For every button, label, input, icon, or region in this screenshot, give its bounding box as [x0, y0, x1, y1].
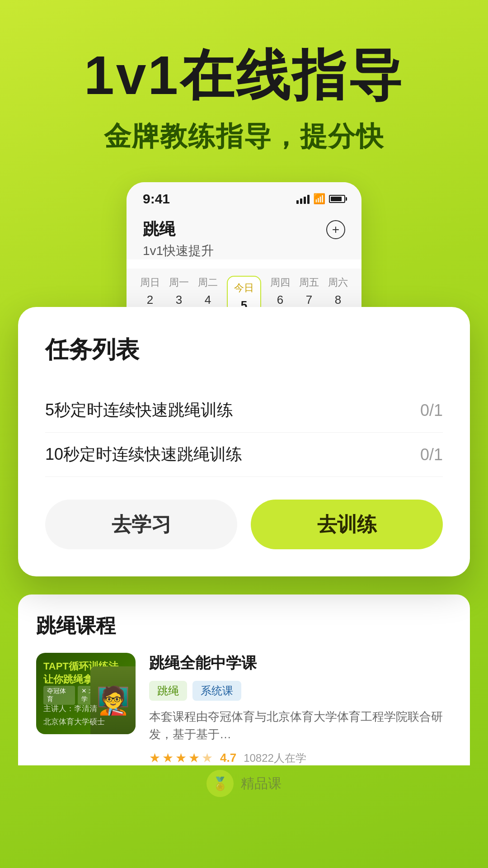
course-section-title: 跳绳课程	[36, 613, 452, 639]
stars: ★ ★ ★ ★ ★	[149, 750, 213, 765]
premium-badge: 🏅 精品课	[206, 770, 282, 797]
wifi-icon: 📶	[313, 193, 325, 205]
task-progress-1: 0/1	[420, 401, 443, 420]
cal-num-sat: 8	[335, 293, 341, 307]
star-4: ★	[188, 750, 200, 765]
hero-title: 1v1在线指导	[27, 45, 461, 105]
star-2: ★	[162, 750, 174, 765]
cal-num-thu: 6	[277, 293, 283, 307]
cal-num-tue: 4	[205, 293, 211, 307]
phone-title: 跳绳	[143, 218, 175, 241]
tag-jump: 跳绳	[149, 681, 187, 701]
rating-num: 4.7	[220, 751, 236, 765]
task-item-1: 5秒定时连续快速跳绳训练 0/1	[45, 388, 443, 433]
task-modal: 任务列表 5秒定时连续快速跳绳训练 0/1 10秒定时连续快速跳绳训练 0/1 …	[18, 307, 470, 576]
hero-subtitle: 金牌教练指导，提分快	[27, 118, 461, 155]
hero-section: 1v1在线指导 金牌教练指导，提分快	[0, 0, 488, 182]
cal-num-mon: 3	[176, 293, 182, 307]
course-info: 跳绳全能中学课 跳绳 系统课 本套课程由夺冠体育与北京体育大学体育工程学院联合研…	[149, 653, 452, 765]
battery-icon	[329, 195, 345, 203]
cal-label-tue: 周二	[198, 276, 218, 289]
go-study-button[interactable]: 去学习	[45, 500, 237, 549]
course-thumbnail: TAPT循环训练法让你跳绳拿满分！ 夺冠体育 ✕ 北京体育大学 🧑‍🏫 主讲人：…	[36, 653, 136, 734]
cal-label-thu: 周四	[270, 276, 290, 289]
modal-buttons: 去学习 去训练	[45, 500, 443, 549]
plus-icon: +	[332, 222, 339, 237]
go-train-button[interactable]: 去训练	[251, 500, 443, 549]
cal-label-today: 今日	[234, 281, 254, 295]
task-progress-2: 0/1	[420, 445, 443, 464]
cal-num-fri: 7	[306, 293, 312, 307]
course-meta: ★ ★ ★ ★ ★ 4.7 10822人在学	[149, 750, 452, 765]
course-item-1[interactable]: TAPT循环训练法让你跳绳拿满分！ 夺冠体育 ✕ 北京体育大学 🧑‍🏫 主讲人：…	[36, 653, 452, 765]
add-button[interactable]: +	[326, 220, 345, 239]
bottom-overlay: 🏅 精品课	[0, 765, 488, 806]
signal-icon	[296, 194, 310, 204]
cal-label-sun: 周日	[140, 276, 160, 289]
badge-text: 精品课	[241, 774, 282, 793]
course-section: 跳绳课程 TAPT循环训练法让你跳绳拿满分！ 夺冠体育 ✕ 北京体育大学 🧑‍🏫…	[0, 594, 488, 765]
course-desc: 本套课程由夺冠体育与北京体育大学体育工程学院联合研发，基于基于…	[149, 708, 452, 743]
cal-label-mon: 周一	[169, 276, 189, 289]
task-item-2: 10秒定时连续快速跳绳训练 0/1	[45, 433, 443, 477]
student-count: 10822人在学	[244, 751, 306, 765]
modal-title: 任务列表	[45, 334, 443, 366]
star-5: ★	[202, 750, 213, 765]
badge-icon: 🏅	[206, 770, 234, 797]
star-3: ★	[175, 750, 187, 765]
status-bar: 9:41 📶	[127, 182, 361, 211]
status-time: 9:41	[143, 191, 170, 207]
cal-label-sat: 周六	[328, 276, 348, 289]
task-name-2: 10秒定时连续快速跳绳训练	[45, 443, 242, 466]
course-tags: 跳绳 系统课	[149, 681, 452, 701]
phone-header: 跳绳 + 1v1快速提升	[127, 211, 361, 259]
star-1: ★	[149, 750, 160, 765]
instructor-name: 主讲人：李清清	[43, 703, 105, 714]
phone-subtitle: 1v1快速提升	[143, 242, 345, 259]
cal-label-fri: 周五	[299, 276, 319, 289]
status-icons: 📶	[296, 193, 345, 205]
cal-num-sun: 2	[147, 293, 153, 307]
instructor-title: 北京体育大学硕士	[43, 717, 105, 727]
modal-overlay: 任务列表 5秒定时连续快速跳绳训练 0/1 10秒定时连续快速跳绳训练 0/1 …	[0, 307, 488, 576]
course-card: 跳绳课程 TAPT循环训练法让你跳绳拿满分！ 夺冠体育 ✕ 北京体育大学 🧑‍🏫…	[18, 594, 470, 765]
course-name: 跳绳全能中学课	[149, 653, 452, 674]
task-name-1: 5秒定时连续快速跳绳训练	[45, 399, 233, 421]
tag-system: 系统课	[192, 681, 241, 701]
